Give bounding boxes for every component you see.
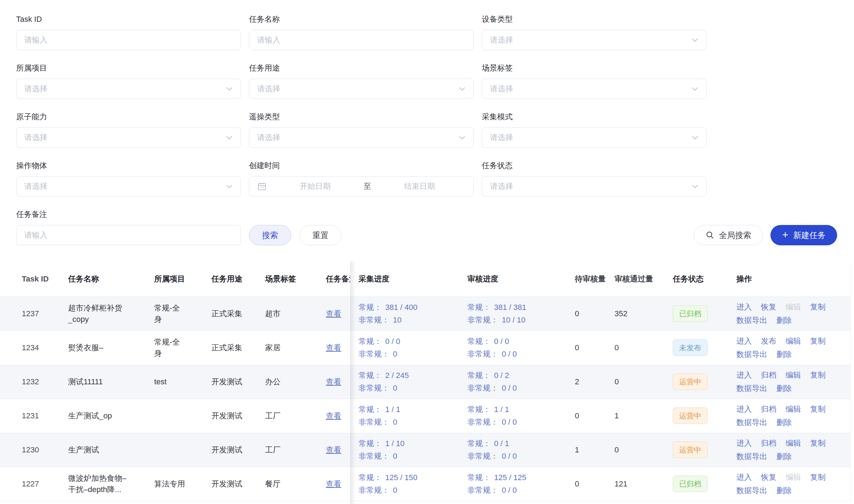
task-scene: 超市 <box>265 309 281 318</box>
filter-select[interactable]: 请选择 <box>482 79 707 99</box>
collect-regular-value: 125 / 150 <box>385 473 418 482</box>
action-link[interactable]: 复制 <box>810 438 826 449</box>
view-remark-link[interactable]: 查看 <box>326 377 341 386</box>
action-link[interactable]: 恢复 <box>761 472 776 483</box>
select-placeholder: 请选择 <box>482 132 706 143</box>
view-remark-link[interactable]: 查看 <box>326 343 341 352</box>
task-scene: 办公 <box>265 377 281 386</box>
chevron-down-icon <box>225 85 234 93</box>
action-link[interactable]: 删除 <box>776 349 792 360</box>
date-range-picker[interactable]: 开始日期 至 结束日期 <box>249 176 474 197</box>
action-link[interactable]: 进入 <box>736 370 752 381</box>
action-link[interactable]: 数据导出 <box>736 349 767 360</box>
action-link[interactable]: 删除 <box>776 383 792 394</box>
filter-select[interactable]: 请选择 <box>16 79 241 99</box>
filter-text-input[interactable] <box>249 30 473 50</box>
regular-label: 常规： <box>467 405 491 414</box>
chevron-down-icon <box>458 85 466 93</box>
collect-irregular-value: 0 <box>393 486 397 495</box>
pending-review-count: 0 <box>575 343 579 352</box>
action-link[interactable]: 数据导出 <box>736 451 767 462</box>
collect-regular-value: 1 / 1 <box>385 405 400 414</box>
pending-review-count: 1 <box>575 445 579 454</box>
action-link[interactable]: 进入 <box>736 336 752 347</box>
action-link[interactable]: 删除 <box>776 485 792 496</box>
task-usage: 开发测试 <box>211 411 242 420</box>
task-table: Task ID任务名称所属项目任务用途场景标签任务备注采集进度审核进度待审核量审… <box>0 261 851 501</box>
filter-select[interactable]: 请选择 <box>482 176 707 197</box>
action-link[interactable]: 进入 <box>736 472 752 483</box>
create-task-button[interactable]: + 新建任务 <box>770 225 837 245</box>
table-row: 1237 超市冷鲜柜补货_copy 常规-全身 正式采集 超市 查看 常规：38… <box>0 297 850 331</box>
action-link[interactable]: 复制 <box>810 301 826 313</box>
regular-label: 常规： <box>359 371 382 380</box>
calendar-icon <box>257 181 267 191</box>
action-link[interactable]: 数据导出 <box>736 485 767 496</box>
global-search-button[interactable]: 全局搜索 <box>694 225 763 245</box>
row-actions: 进入发布编辑复制数据导出删除 <box>736 336 836 360</box>
filter-field: 原子能力 请选择 <box>16 112 241 148</box>
action-link[interactable]: 删除 <box>776 315 792 326</box>
action-link[interactable]: 编辑 <box>786 370 801 381</box>
filter-label: 采集模式 <box>482 112 707 122</box>
regular-label: 常规： <box>467 337 491 346</box>
action-link: 编辑 <box>786 472 801 483</box>
action-link[interactable]: 进入 <box>736 404 752 415</box>
action-link[interactable]: 复制 <box>810 336 826 347</box>
review-passed-count: 0 <box>615 377 619 386</box>
select-placeholder: 请选择 <box>482 181 706 192</box>
filter-select[interactable]: 请选择 <box>482 30 707 50</box>
action-link[interactable]: 进入 <box>736 438 752 449</box>
review-progress-cell: 常规：0 / 0 非常规：0 / 0 <box>460 331 567 365</box>
chevron-down-icon <box>691 36 699 44</box>
action-link[interactable]: 编辑 <box>786 438 801 449</box>
collect-irregular-value: 10 <box>393 316 401 324</box>
action-link[interactable]: 编辑 <box>786 404 801 415</box>
filter-field: 所属项目 请选择 <box>16 63 241 99</box>
view-remark-link[interactable]: 查看 <box>326 309 341 318</box>
filter-text-input[interactable] <box>17 225 241 245</box>
action-link[interactable]: 进入 <box>736 301 752 313</box>
action-link[interactable]: 数据导出 <box>736 417 767 428</box>
view-remark-link[interactable]: 查看 <box>326 445 341 454</box>
action-link[interactable]: 复制 <box>810 370 826 381</box>
action-link[interactable]: 发布 <box>761 336 776 347</box>
review-irregular-value: 0 / 0 <box>502 384 517 392</box>
action-link[interactable]: 编辑 <box>786 336 801 347</box>
table-row: 1231 生产测试_op 开发测试 工厂 查看 常规：1 / 1 非常规：0 常… <box>0 399 850 433</box>
filter-grid: Task ID 任务名称 设备类型 请选择 所属项目 请选择 任务用途 请选择 <box>0 0 854 258</box>
action-link[interactable]: 删除 <box>776 451 792 462</box>
task-id: 1232 <box>22 377 39 386</box>
review-regular-value: 381 / 381 <box>494 303 526 312</box>
action-link[interactable]: 数据导出 <box>736 315 767 326</box>
filter-select[interactable]: 请选择 <box>249 127 474 148</box>
action-link[interactable]: 归档 <box>761 438 776 449</box>
action-link[interactable]: 归档 <box>761 404 776 415</box>
collect-irregular-value: 0 <box>393 384 397 392</box>
action-link[interactable]: 归档 <box>761 370 776 381</box>
end-date-input[interactable]: 结束日期 <box>373 181 466 192</box>
filter-label: 原子能力 <box>16 112 241 122</box>
filter-select[interactable]: 请选择 <box>482 127 707 148</box>
filter-select[interactable]: 请选择 <box>16 176 241 197</box>
irregular-label: 非常规： <box>359 316 389 324</box>
action-link[interactable]: 复制 <box>810 404 826 415</box>
review-passed-count: 0 <box>615 343 619 352</box>
task-usage: 正式采集 <box>211 309 242 318</box>
view-remark-link[interactable]: 查看 <box>326 411 341 420</box>
filter-select[interactable]: 请选择 <box>16 127 241 148</box>
filter-select[interactable]: 请选择 <box>249 79 474 99</box>
search-button[interactable]: 搜索 <box>249 225 291 245</box>
action-link[interactable]: 数据导出 <box>736 383 767 394</box>
filter-text-input[interactable] <box>17 30 241 50</box>
start-date-input[interactable]: 开始日期 <box>269 181 361 192</box>
review-irregular-value: 0 / 0 <box>502 350 517 358</box>
task-name: 生产测试_op <box>68 411 112 420</box>
select-placeholder: 请选择 <box>482 84 706 94</box>
action-link[interactable]: 删除 <box>776 417 792 428</box>
action-link[interactable]: 恢复 <box>761 301 776 313</box>
status-badge: 运营中 <box>673 407 708 424</box>
view-remark-link[interactable]: 查看 <box>326 479 341 488</box>
action-link[interactable]: 复制 <box>810 472 826 483</box>
reset-button[interactable]: 重置 <box>300 225 341 245</box>
